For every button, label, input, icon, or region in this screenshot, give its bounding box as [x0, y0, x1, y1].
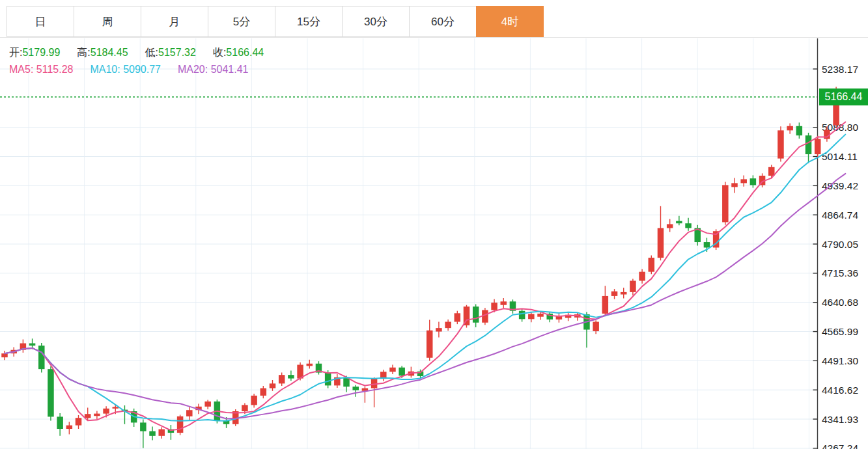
candle-body: [630, 280, 636, 292]
candle-body: [528, 314, 535, 320]
candle-body: [602, 296, 609, 314]
axis-tick-label: 4939.42: [822, 180, 858, 191]
ohlc-item-3: 收:5166.44: [213, 47, 264, 58]
candle-body: [473, 306, 479, 323]
candle-body: [85, 414, 91, 418]
candlestick-chart[interactable]: 5238.175088.805014.114939.424864.744790.…: [0, 38, 868, 449]
ma-item-2: MA20: 5041.41: [178, 64, 249, 75]
candle-body: [676, 221, 682, 224]
interval-tab-bar: 日周月5分15分30分60分4时: [0, 0, 868, 38]
candle-body: [621, 292, 627, 295]
tab-interval-4[interactable]: 15分: [275, 6, 343, 37]
candle-body: [288, 375, 294, 378]
ohlc-label: 开:: [9, 47, 22, 58]
ohlc-label: 收:: [213, 47, 226, 58]
ma-legend: MA5: 5115.28MA10: 5090.77MA20: 5041.41: [9, 63, 266, 76]
candle-body: [611, 292, 618, 296]
candle-body: [307, 364, 313, 366]
candle-body: [29, 344, 36, 346]
candle-body: [658, 228, 664, 258]
tab-interval-7[interactable]: 4时: [476, 6, 544, 37]
ma-item-0: MA5: 5115.28: [9, 64, 73, 75]
ma-item-1: MA10: 5090.77: [90, 64, 161, 75]
candle-body: [519, 311, 525, 320]
candle-body: [270, 383, 276, 388]
tab-interval-3[interactable]: 5分: [208, 6, 275, 37]
chart-canvas: 5238.175088.805014.114939.424864.744790.…: [0, 38, 868, 449]
axis-tick-label: 4565.99: [822, 326, 858, 337]
tab-interval-2[interactable]: 月: [141, 6, 208, 37]
axis-tick-label: 4341.93: [822, 414, 858, 425]
candle-body: [740, 179, 747, 183]
axis-tick-label: 4267.24: [822, 442, 858, 449]
candle-body: [38, 346, 44, 369]
candle-body: [704, 242, 710, 247]
ma20-line: [5, 174, 845, 419]
ohlc-label: 低:: [145, 47, 158, 58]
candle-body: [685, 223, 692, 228]
ohlc-item-0: 开:5179.99: [9, 47, 60, 58]
candle-body: [805, 135, 812, 154]
ma5-line: [5, 122, 845, 430]
candle-body: [537, 314, 544, 317]
candle-body: [796, 126, 803, 135]
candle-body: [649, 258, 655, 272]
tab-interval-0[interactable]: 日: [7, 6, 74, 37]
ohlc-item-2: 低:5157.32: [145, 47, 196, 58]
ohlc-value: 5184.45: [91, 47, 128, 58]
candle-body: [787, 126, 793, 131]
candle-body: [777, 130, 784, 158]
candle-body: [204, 401, 211, 407]
candle-body: [260, 388, 267, 396]
candle-body: [389, 368, 396, 372]
ohlc-legend: 开:5179.99高:5184.45低:5157.32收:5166.44: [9, 46, 281, 59]
candle-body: [113, 407, 119, 408]
tab-interval-5[interactable]: 30分: [342, 6, 410, 37]
axis-tick-label: 4715.36: [822, 267, 858, 279]
candle-body: [750, 178, 757, 185]
tab-interval-1[interactable]: 周: [74, 6, 141, 37]
candle-body: [279, 375, 285, 383]
candle-body: [768, 167, 775, 176]
axis-tick-label: 4864.74: [822, 210, 858, 221]
candle-body: [158, 429, 165, 436]
candle-body: [593, 322, 599, 331]
axis-tick-label: 4640.68: [822, 297, 858, 308]
candle-body: [436, 328, 442, 331]
candle-body: [667, 224, 673, 228]
axis-tick-label: 4790.05: [822, 239, 858, 250]
candle-body: [731, 183, 738, 187]
axis-tick-label: 5238.17: [822, 64, 858, 75]
candle-body: [103, 409, 109, 414]
candle-body: [76, 418, 82, 425]
ohlc-value: 5166.44: [226, 47, 264, 58]
ohlc-value: 5179.99: [22, 47, 60, 58]
candle-body: [325, 373, 331, 386]
current-price-badge: 5166.44: [819, 88, 868, 105]
candle-body: [140, 422, 147, 431]
candle-body: [186, 410, 193, 416]
tab-interval-6[interactable]: 60分: [409, 6, 477, 37]
ohlc-label: 高:: [77, 47, 90, 58]
candle-body: [722, 185, 729, 222]
candle-body: [94, 414, 100, 416]
axis-tick-label: 4491.30: [822, 355, 858, 366]
candle-body: [149, 431, 156, 436]
candle-body: [455, 313, 461, 321]
candle-body: [427, 331, 433, 358]
candle-body: [639, 272, 645, 281]
candle-body: [48, 369, 54, 416]
candle-body: [66, 426, 73, 429]
candle-body: [242, 405, 248, 411]
candle-body: [251, 396, 257, 405]
axis-tick-label: 4416.62: [822, 385, 858, 396]
candle-body: [57, 416, 63, 429]
candle-body: [352, 387, 359, 390]
candle-body: [445, 322, 451, 329]
candle-body: [491, 303, 497, 310]
candle-body: [177, 416, 184, 433]
candle-body: [501, 301, 507, 305]
ohlc-item-1: 高:5184.45: [77, 47, 128, 58]
candle-body: [399, 368, 405, 376]
candle-body: [815, 139, 821, 154]
